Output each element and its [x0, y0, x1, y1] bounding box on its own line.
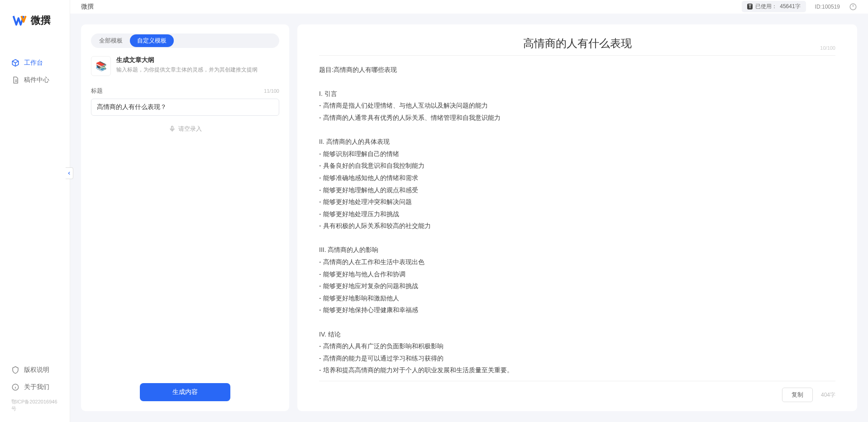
nav-drafts[interactable]: 稿件中心 [0, 71, 70, 89]
nav-label: 版权说明 [24, 366, 49, 374]
template-card: 📚 生成文章大纲 输入标题，为你提供文章主体的灵感，并为其创建推文提纲 [91, 56, 279, 76]
nav-workspace[interactable]: 工作台 [0, 54, 70, 71]
document-icon [11, 76, 19, 84]
sidebar: 微撰 工作台 稿件中心 版权说明 [0, 0, 70, 422]
content: 全部模板 自定义模板 📚 生成文章大纲 输入标题，为你提供文章主体的灵感，并为其… [70, 14, 868, 422]
logo: 微撰 [0, 0, 70, 45]
nav-about[interactable]: 关于我们 [0, 379, 70, 396]
template-tabs: 全部模板 自定义模板 [91, 33, 279, 48]
nav-label: 稿件中心 [24, 76, 49, 84]
output-footer: 复制 404字 [319, 381, 835, 402]
generate-button[interactable]: 生成内容 [140, 383, 230, 401]
icp-text: 鄂ICP备2022016946号 [0, 396, 70, 417]
shield-icon [11, 366, 19, 374]
nav-label: 关于我们 [24, 383, 49, 391]
title-input[interactable] [91, 99, 279, 116]
voice-input-row[interactable]: 请空录入 [91, 125, 279, 133]
template-thumb-icon: 📚 [91, 56, 111, 76]
field-counter: 11/100 [264, 88, 279, 94]
usage-value: 45641字 [780, 3, 800, 10]
output-char-count: 404字 [821, 391, 835, 399]
usage-pill[interactable]: T 已使用： 45641字 [742, 1, 806, 12]
nav-copyright[interactable]: 版权说明 [0, 361, 70, 379]
page-title: 微撰 [81, 3, 94, 11]
t-badge-icon: T [747, 4, 753, 9]
nav-label: 工作台 [24, 59, 43, 67]
mic-icon [169, 125, 176, 132]
template-title: 生成文章大纲 [116, 56, 258, 64]
editor-panel: 全部模板 自定义模板 📚 生成文章大纲 输入标题，为你提供文章主体的灵感，并为其… [81, 24, 289, 411]
output-body[interactable]: 题目:高情商的人有哪些表现 I. 引言 - 高情商是指人们处理情绪、与他人互动以… [319, 64, 835, 376]
sidebar-collapse-handle[interactable] [66, 167, 73, 179]
logo-text: 微撰 [31, 14, 51, 27]
template-desc: 输入标题，为你提供文章主体的灵感，并为其创建推文提纲 [116, 66, 258, 74]
info-icon [11, 383, 19, 391]
main-nav: 工作台 稿件中心 [0, 45, 70, 361]
svg-rect-5 [171, 126, 173, 130]
output-panel: 高情商的人有什么表现 10/100 题目:高情商的人有哪些表现 I. 引言 - … [297, 24, 857, 411]
output-title[interactable]: 高情商的人有什么表现 [319, 36, 835, 51]
tab-all-templates[interactable]: 全部模板 [92, 34, 130, 47]
main-area: 微撰 T 已使用： 45641字 ID:100519 全部模板 自定义模板 [70, 0, 868, 422]
power-icon[interactable] [849, 3, 857, 11]
chevron-left-icon [67, 171, 72, 175]
output-title-counter: 10/100 [820, 45, 835, 51]
usage-label: 已使用： [755, 3, 777, 10]
copy-button[interactable]: 复制 [782, 388, 813, 402]
bottom-nav: 版权说明 关于我们 鄂ICP备2022016946号 [0, 361, 70, 422]
field-label: 标题 [91, 87, 103, 95]
cube-icon [11, 59, 19, 67]
user-id: ID:100519 [815, 4, 840, 10]
topbar: 微撰 T 已使用： 45641字 ID:100519 [70, 0, 868, 14]
tab-custom-templates[interactable]: 自定义模板 [130, 34, 174, 47]
logo-icon [13, 14, 27, 27]
voice-label: 请空录入 [178, 125, 202, 133]
